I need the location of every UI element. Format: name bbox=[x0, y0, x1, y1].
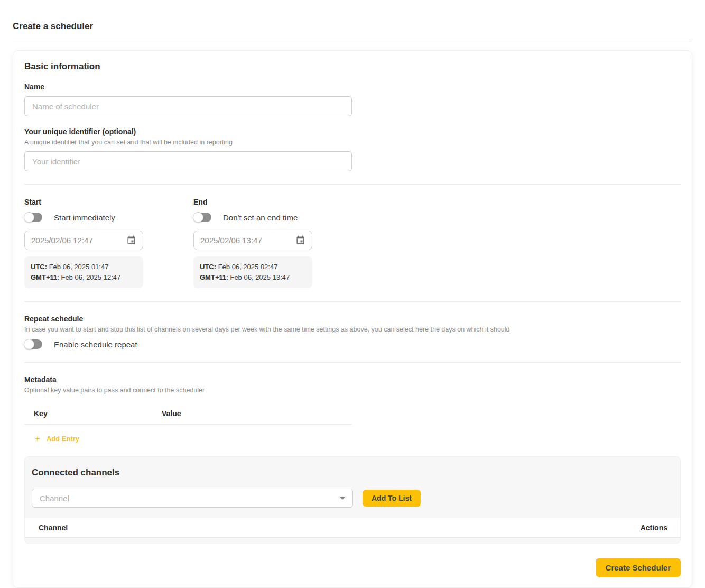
section-divider bbox=[24, 301, 681, 302]
channels-table-header: Channel Actions bbox=[25, 518, 680, 538]
metadata-table: Key Value bbox=[24, 409, 352, 425]
metadata-value-column-header: Value bbox=[162, 409, 181, 418]
no-end-time-row: Don't set an end time bbox=[193, 213, 312, 222]
actions-column-header: Actions bbox=[641, 523, 667, 532]
metadata-key-column-header: Key bbox=[24, 409, 162, 418]
plus-icon: + bbox=[35, 434, 40, 443]
end-datetime-value: 2025/02/06 13:47 bbox=[200, 236, 262, 245]
connected-channels-card: Connected channels Channel Add To List C… bbox=[24, 456, 681, 544]
page-title: Create a scheduler bbox=[13, 0, 692, 32]
toggle-knob bbox=[24, 212, 34, 223]
create-scheduler-button[interactable]: Create Scheduler bbox=[596, 558, 681, 577]
add-to-list-button[interactable]: Add To List bbox=[363, 490, 421, 507]
metadata-table-divider bbox=[24, 424, 352, 425]
identifier-help-text: A unique identifier that you can set and… bbox=[24, 139, 681, 146]
end-utc-line: UTC: Feb 06, 2025 02:47 bbox=[200, 262, 306, 272]
end-timezone-info: UTC: Feb 06, 2025 02:47 GMT+11: Feb 06, … bbox=[193, 256, 312, 288]
enable-repeat-toggle[interactable] bbox=[24, 339, 42, 349]
identifier-label: Your unique identifier (optional) bbox=[24, 127, 681, 136]
repeat-schedule-section: Repeat schedule In case you want to star… bbox=[24, 315, 681, 349]
start-label: Start bbox=[24, 198, 193, 206]
start-immediately-toggle[interactable] bbox=[24, 213, 42, 222]
metadata-table-header: Key Value bbox=[24, 409, 352, 418]
utc-value: Feb 06, 2025 02:47 bbox=[216, 263, 277, 271]
no-end-time-toggle[interactable] bbox=[193, 213, 211, 222]
end-label: End bbox=[193, 198, 312, 206]
basic-information-heading: Basic information bbox=[24, 61, 681, 72]
utc-label: UTC: bbox=[31, 263, 47, 271]
metadata-section: Metadata Optional key value pairs to pas… bbox=[24, 375, 681, 444]
utc-label: UTC: bbox=[200, 263, 216, 271]
gmt-value: : Feb 06, 2025 13:47 bbox=[226, 273, 290, 281]
gmt-label: GMT+11 bbox=[200, 273, 226, 281]
enable-repeat-row: Enable schedule repeat bbox=[24, 339, 681, 349]
identifier-input[interactable] bbox=[24, 151, 352, 171]
repeat-schedule-heading: Repeat schedule bbox=[24, 315, 681, 323]
form-footer: Create Scheduler bbox=[24, 558, 681, 577]
calendar-icon[interactable] bbox=[295, 235, 305, 245]
connected-channels-heading: Connected channels bbox=[32, 467, 680, 478]
name-input[interactable] bbox=[24, 96, 352, 116]
start-gmt-line: GMT+11: Feb 06, 2025 12:47 bbox=[31, 272, 137, 283]
end-gmt-line: GMT+11: Feb 06, 2025 13:47 bbox=[200, 272, 306, 283]
start-end-section: Start Start immediately 2025/02/06 12:47… bbox=[24, 198, 681, 288]
channel-select[interactable]: Channel bbox=[32, 489, 353, 508]
toggle-knob bbox=[193, 212, 203, 223]
start-timezone-info: UTC: Feb 06, 2025 01:47 GMT+11: Feb 06, … bbox=[24, 256, 143, 288]
channel-picker-row: Channel Add To List bbox=[32, 489, 673, 508]
start-utc-line: UTC: Feb 06, 2025 01:47 bbox=[31, 262, 137, 272]
start-immediately-label: Start immediately bbox=[54, 213, 115, 222]
enable-repeat-label: Enable schedule repeat bbox=[54, 340, 137, 349]
name-label: Name bbox=[24, 82, 681, 91]
start-datetime-value: 2025/02/06 12:47 bbox=[31, 236, 93, 245]
repeat-schedule-help-text: In case you want to start and stop this … bbox=[24, 326, 681, 333]
section-divider bbox=[24, 184, 681, 185]
metadata-heading: Metadata bbox=[24, 375, 681, 384]
scheduler-form-card: Basic information Name Your unique ident… bbox=[13, 50, 692, 588]
gmt-label: GMT+11 bbox=[31, 273, 57, 281]
calendar-icon[interactable] bbox=[126, 235, 136, 245]
metadata-help-text: Optional key value pairs to pass and con… bbox=[24, 387, 681, 394]
add-entry-label: Add Entry bbox=[47, 435, 79, 443]
toggle-knob bbox=[24, 339, 34, 350]
section-divider bbox=[24, 362, 681, 363]
start-immediately-row: Start immediately bbox=[24, 213, 193, 222]
utc-value: Feb 06, 2025 01:47 bbox=[47, 263, 108, 271]
title-divider bbox=[13, 41, 692, 41]
gmt-value: : Feb 06, 2025 12:47 bbox=[57, 273, 120, 281]
channel-column-header: Channel bbox=[39, 523, 68, 532]
channels-table-footer bbox=[25, 538, 680, 543]
no-end-time-label: Don't set an end time bbox=[223, 213, 298, 222]
add-entry-button[interactable]: + Add Entry bbox=[35, 434, 79, 443]
channel-select-placeholder: Channel bbox=[40, 494, 69, 503]
chevron-down-icon bbox=[340, 497, 345, 500]
end-datetime-field[interactable]: 2025/02/06 13:47 bbox=[193, 231, 312, 250]
start-column: Start Start immediately 2025/02/06 12:47… bbox=[24, 198, 193, 288]
end-column: End Don't set an end time 2025/02/06 13:… bbox=[193, 198, 312, 288]
create-scheduler-page: Create a scheduler Basic information Nam… bbox=[0, 0, 705, 588]
start-datetime-field[interactable]: 2025/02/06 12:47 bbox=[24, 231, 143, 250]
